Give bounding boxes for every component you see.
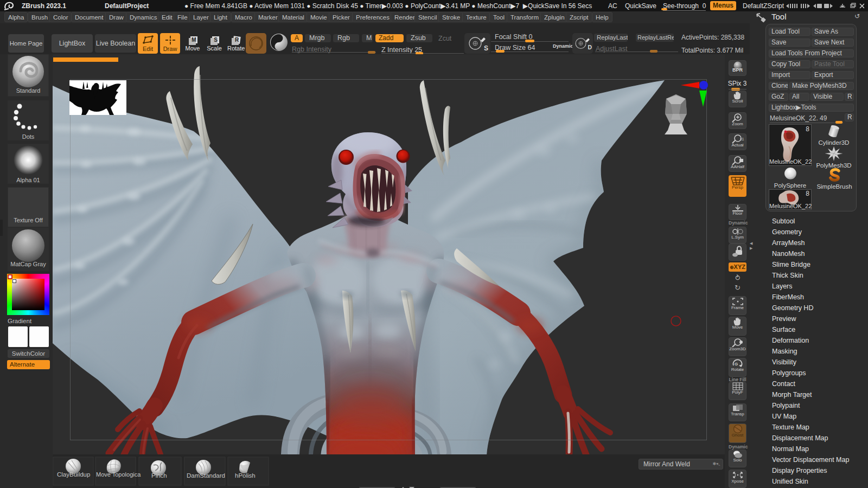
svg-text:S: S <box>484 44 488 52</box>
svg-text:D: D <box>588 44 592 50</box>
svg-text:M: M <box>192 37 196 43</box>
svg-text:S: S <box>214 37 218 43</box>
svg-text:R: R <box>235 37 239 43</box>
svg-text:x1: x1 <box>740 137 744 141</box>
svg-text:G: G <box>735 362 738 367</box>
